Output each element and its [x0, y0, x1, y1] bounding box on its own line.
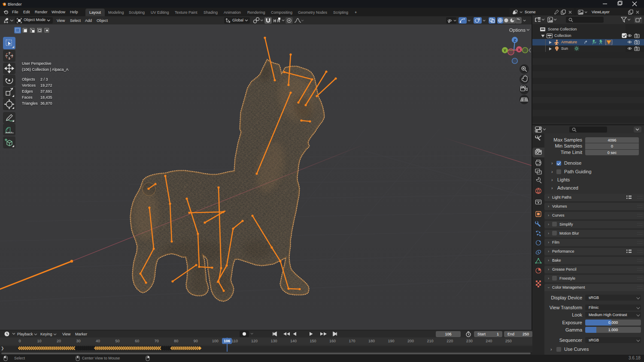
svg-text:Y: Y	[504, 48, 506, 53]
svg-text:Z: Z	[513, 38, 516, 42]
svg-text:Options: Options	[509, 27, 526, 33]
svg-text:X: X	[518, 48, 520, 52]
